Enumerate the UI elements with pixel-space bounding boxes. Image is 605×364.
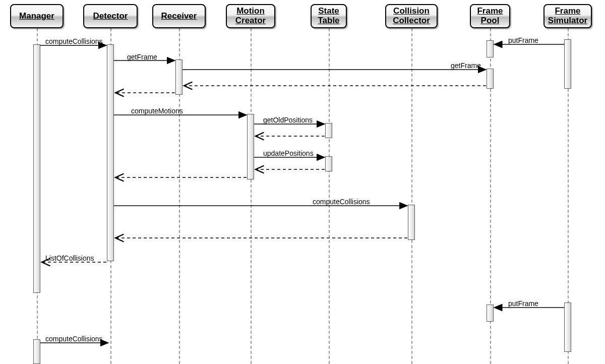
participant-simulator: FrameSimulator: [543, 4, 592, 28]
participant-pool-label: FramePool: [477, 7, 503, 25]
activation-simulator-2: [564, 302, 571, 352]
activation-receiver-1: [175, 59, 183, 95]
participant-manager: Manager: [10, 4, 64, 28]
label-listOfCollisions: ListOfCollisions: [45, 254, 94, 262]
activation-pool-3: [487, 305, 494, 322]
lifeline-state: [329, 28, 330, 364]
label-computeMotions: computeMotions: [131, 107, 183, 115]
participant-collector-label: CollisionCollector: [393, 7, 430, 25]
activation-simulator-1: [564, 39, 571, 89]
label-updatePositions: updatePositions: [263, 149, 314, 157]
label-putFrame-1: putFrame: [508, 36, 538, 44]
lifeline-collector: [411, 28, 412, 364]
activation-pool-2: [487, 69, 494, 89]
activation-collector-1: [408, 205, 415, 240]
sequence-diagram: Manager Detector Receiver MotionCreator …: [0, 0, 605, 364]
label-getFrame-2: getFrame: [451, 62, 481, 70]
label-getOldPositions: getOldPositions: [263, 116, 313, 124]
participant-receiver: Receiver: [152, 4, 206, 28]
activation-manager-2: [33, 339, 40, 364]
participant-state-label: StateTable: [318, 7, 339, 25]
participant-state: StateTable: [311, 4, 347, 28]
participant-simulator-label: FrameSimulator: [548, 7, 587, 25]
activation-pool-1: [487, 40, 494, 57]
participant-detector: Detector: [83, 4, 138, 28]
participant-motion-label: MotionCreator: [235, 7, 266, 25]
activation-state-1: [325, 123, 332, 138]
label-computeCollisions-3: computeCollisions: [45, 335, 103, 343]
arrows-overlay: [0, 0, 605, 364]
label-putFrame-2: putFrame: [508, 299, 538, 308]
label-computeCollisions-2: computeCollisions: [313, 198, 370, 206]
participant-detector-label: Detector: [93, 12, 128, 21]
activation-motion-1: [247, 114, 254, 179]
participant-receiver-label: Receiver: [161, 12, 197, 21]
activation-manager-1: [33, 44, 40, 293]
participant-collector: CollisionCollector: [385, 4, 438, 28]
label-getFrame-1: getFrame: [127, 53, 157, 61]
activation-state-2: [325, 156, 332, 171]
label-computeCollisions-1: computeCollisions: [45, 37, 103, 45]
lifeline-motion: [251, 28, 252, 364]
participant-pool: FramePool: [470, 4, 510, 28]
activation-detector-1: [107, 44, 114, 261]
participant-motion: MotionCreator: [226, 4, 275, 28]
participant-manager-label: Manager: [19, 12, 54, 21]
